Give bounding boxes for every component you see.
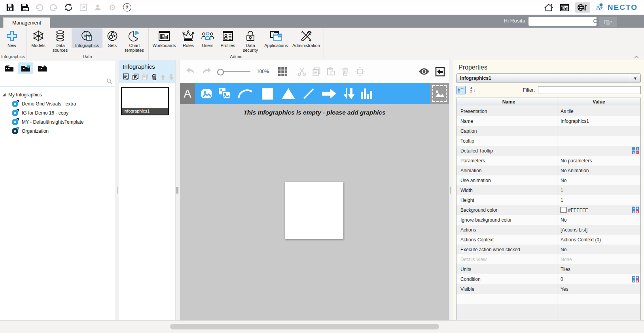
position-move-icon[interactable] [355, 66, 365, 77]
grid-toggle-icon[interactable] [278, 67, 288, 77]
property-row-height[interactable]: Height1 [456, 195, 640, 205]
property-row-parameters[interactable]: ParametersNo parameters [456, 156, 640, 166]
ribbon-workboards-button[interactable]: Workboards [150, 28, 178, 48]
color-swatch[interactable] [561, 207, 566, 213]
tree-root-my-infographics[interactable]: My Infographics [2, 90, 115, 99]
horizontal-scrollbar[interactable] [0, 320, 644, 333]
ribbon-data-sources-button[interactable]: Data sources [49, 28, 71, 53]
zoom-slider-knob[interactable] [217, 69, 224, 75]
arc-tool[interactable] [237, 88, 253, 100]
ribbon-administration-button[interactable]: Administration [290, 28, 322, 48]
user-name-link[interactable]: Rosita [510, 18, 525, 24]
copy-infographic-icon[interactable] [132, 73, 139, 81]
save-icon[interactable] [5, 2, 15, 13]
copy-icon[interactable] [312, 67, 321, 76]
move-up-icon[interactable] [160, 74, 166, 81]
property-row-actions[interactable]: Actions[Actions List] [456, 225, 640, 235]
paste-infographic-icon[interactable] [142, 73, 148, 81]
cut-icon[interactable] [297, 67, 307, 76]
zoom-slider-track[interactable] [220, 71, 250, 72]
ribbon-new-button[interactable]: New [2, 28, 22, 48]
property-row-use-animation[interactable]: Use animationNo [456, 175, 640, 185]
ribbon-applications-button[interactable]: Applications [263, 28, 290, 48]
canvas-undo-icon[interactable] [186, 67, 196, 76]
formula-editor-icon[interactable]: −+x= [632, 276, 639, 282]
property-row-ignore-background-color[interactable]: Ignore background colorNo [456, 215, 640, 225]
object-selector-dropdown[interactable]: Infographics1 ▼ [456, 73, 641, 83]
tree-expander-icon[interactable] [2, 93, 6, 96]
infographic-canvas[interactable]: This Infographics is empty - please add … [180, 104, 449, 321]
refresh-icon[interactable] [63, 2, 74, 13]
triangle-tool[interactable] [281, 87, 296, 100]
undo-icon[interactable] [34, 2, 44, 13]
property-row-actions-context[interactable]: Actions ContextActions Context (0) [456, 235, 640, 245]
tree-item-organization[interactable]: aOrganization [2, 126, 115, 135]
ribbon-roles-button[interactable]: Roles [179, 28, 198, 48]
ribbon-users-button[interactable]: Users [199, 28, 217, 48]
delete-infographic-icon[interactable] [151, 73, 157, 81]
splitter-middle[interactable] [175, 60, 180, 321]
property-row-units[interactable]: UnitsTiles [456, 264, 640, 274]
infographic-thumbnail[interactable]: Infographics1 [121, 87, 169, 115]
ribbon-sets-button[interactable]: Sets [103, 28, 121, 48]
canvas-tile[interactable] [285, 182, 343, 239]
bars-tool[interactable] [360, 88, 373, 100]
tree-item-demo-grid-visuals[interactable]: aDemo Grid Visuals - extra [2, 99, 115, 108]
text-tool[interactable]: A [180, 83, 195, 104]
folder-import-tab[interactable] [35, 62, 50, 74]
line-tool[interactable] [302, 87, 315, 100]
help-icon[interactable]: ? [122, 2, 132, 13]
save-as-icon[interactable] [19, 2, 30, 13]
property-row-name[interactable]: NameInfographics1 [456, 116, 640, 126]
explorer-search-box[interactable] [0, 76, 115, 87]
global-search-box[interactable] [528, 17, 597, 26]
property-row-animation[interactable]: AnimationNo Animation [456, 166, 640, 175]
folder-new-tab[interactable] [2, 62, 17, 74]
formula-editor-icon[interactable]: −+x= [632, 147, 639, 154]
filter-input[interactable] [538, 86, 641, 94]
ribbon-chart-templates-button[interactable]: Chart templates [122, 28, 147, 53]
ribbon-models-button[interactable]: Models [28, 28, 49, 48]
property-row-background-color[interactable]: Background color#FFFFFF−+x= [456, 205, 640, 215]
expand-icon[interactable] [78, 2, 88, 13]
selection-tool[interactable] [430, 83, 449, 104]
add-infographic-icon[interactable] [123, 73, 129, 81]
arrow-tool[interactable] [321, 88, 337, 100]
images-tool[interactable] [218, 87, 232, 100]
property-row-detailed-tooltip[interactable]: Detailed Tooltip−+x= [456, 146, 640, 156]
home-icon[interactable] [544, 2, 554, 13]
formula-editor-icon[interactable]: −+x= [632, 207, 639, 213]
canvas-redo-icon[interactable] [201, 67, 212, 76]
property-row-caption[interactable]: Caption [456, 126, 640, 136]
user-icon[interactable] [93, 2, 103, 13]
tree-item-ig-for-demo[interactable]: aIG for Demo 16 - copy [2, 108, 115, 117]
property-row-condition[interactable]: Condition0−+x= [456, 274, 640, 284]
scrollbar-handle[interactable] [170, 324, 439, 329]
tab-management[interactable]: Management [3, 17, 50, 28]
vertical-arrows-tool[interactable] [342, 87, 355, 100]
view-selector-dropdown[interactable]: ▾ [599, 17, 617, 26]
global-search-input[interactable] [528, 18, 593, 25]
property-row-execute-action[interactable]: Execute action when clickedNo [456, 245, 640, 254]
move-down-icon[interactable] [169, 74, 174, 81]
tree-item-my-default-template[interactable]: aMY - DefaultInsightsTemplate [2, 117, 115, 126]
zoom-slider[interactable]: 100% [220, 69, 269, 74]
management-globe-icon[interactable] [575, 2, 590, 13]
collapse-panel-icon[interactable] [435, 67, 445, 77]
settings-gear-icon[interactable]: ⚙ [107, 2, 117, 13]
paste-icon[interactable] [326, 67, 335, 76]
property-row-presentation[interactable]: PresentationAs tile [456, 106, 640, 116]
rectangle-tool[interactable] [261, 87, 274, 100]
ribbon-infographics-button[interactable]: 8⁞T Infographics [72, 28, 102, 48]
workboards-home-icon[interactable] [559, 2, 570, 13]
categorized-view-icon[interactable] [456, 86, 466, 94]
ribbon-profiles-button[interactable]: Profiles [218, 28, 238, 48]
image-tool[interactable] [200, 87, 213, 100]
property-row-tooltip[interactable]: Tooltip [456, 136, 640, 146]
sort-az-icon[interactable]: AZ↓ [468, 86, 477, 94]
ribbon-collapse-icon[interactable] [634, 55, 639, 59]
delete-icon[interactable] [341, 67, 349, 76]
folder-my-infographics-tab[interactable]: 0 [18, 62, 33, 74]
preview-eye-icon[interactable] [418, 67, 430, 76]
property-row-width[interactable]: Width1 [456, 185, 640, 195]
